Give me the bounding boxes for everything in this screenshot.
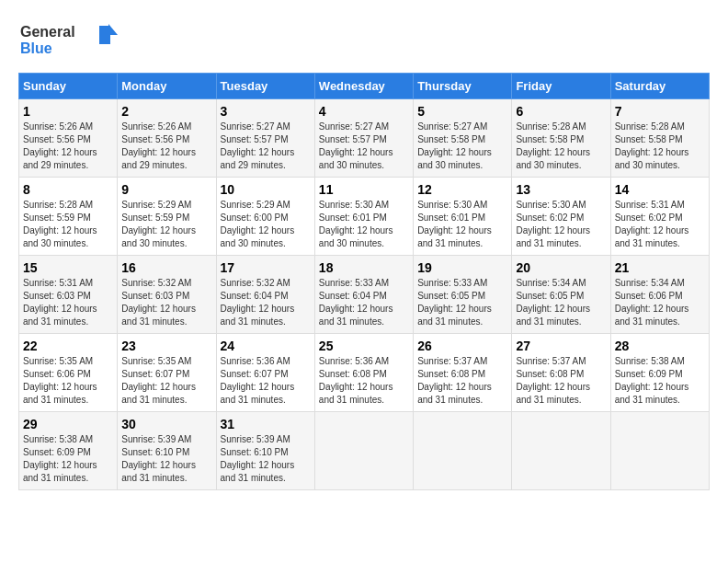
- day-info: Sunrise: 5:27 AM Sunset: 5:57 PM Dayligh…: [221, 121, 311, 172]
- calendar-cell: 1Sunrise: 5:26 AM Sunset: 5:56 PM Daylig…: [19, 99, 118, 178]
- header-thursday: Thursday: [414, 74, 512, 99]
- week-row-3: 15Sunrise: 5:31 AM Sunset: 6:03 PM Dayli…: [19, 256, 710, 334]
- logo: General Blue: [18, 18, 119, 63]
- day-info: Sunrise: 5:36 AM Sunset: 6:08 PM Dayligh…: [319, 355, 409, 407]
- day-info: Sunrise: 5:31 AM Sunset: 6:02 PM Dayligh…: [615, 199, 705, 250]
- day-info: Sunrise: 5:34 AM Sunset: 6:05 PM Dayligh…: [516, 277, 606, 328]
- day-number: 21: [615, 260, 705, 275]
- day-info: Sunrise: 5:38 AM Sunset: 6:09 PM Dayligh…: [615, 355, 705, 407]
- day-info: Sunrise: 5:32 AM Sunset: 6:04 PM Dayligh…: [221, 277, 311, 328]
- calendar-cell: 3Sunrise: 5:27 AM Sunset: 5:57 PM Daylig…: [216, 99, 314, 178]
- day-number: 18: [319, 260, 409, 275]
- header-sunday: Sunday: [19, 74, 118, 99]
- header-monday: Monday: [118, 74, 216, 99]
- calendar-cell: 23Sunrise: 5:35 AM Sunset: 6:07 PM Dayli…: [118, 334, 216, 412]
- day-number: 26: [417, 339, 507, 353]
- calendar-cell: 2Sunrise: 5:26 AM Sunset: 5:56 PM Daylig…: [118, 99, 216, 178]
- day-info: Sunrise: 5:32 AM Sunset: 6:03 PM Dayligh…: [121, 277, 211, 328]
- day-number: 27: [516, 339, 606, 353]
- calendar-cell: 13Sunrise: 5:30 AM Sunset: 6:02 PM Dayli…: [512, 178, 610, 256]
- header-wednesday: Wednesday: [314, 74, 413, 99]
- day-number: 30: [121, 417, 211, 431]
- calendar-cell: [610, 412, 709, 490]
- calendar-cell: 11Sunrise: 5:30 AM Sunset: 6:01 PM Dayli…: [314, 178, 413, 256]
- logo-text: General Blue: [18, 18, 119, 63]
- calendar-cell: 31Sunrise: 5:39 AM Sunset: 6:10 PM Dayli…: [216, 412, 314, 490]
- calendar-header: SundayMondayTuesdayWednesdayThursdayFrid…: [19, 74, 710, 99]
- day-number: 14: [615, 182, 705, 197]
- day-info: Sunrise: 5:33 AM Sunset: 6:04 PM Dayligh…: [319, 277, 409, 328]
- day-info: Sunrise: 5:29 AM Sunset: 5:59 PM Dayligh…: [121, 199, 211, 250]
- day-number: 19: [417, 260, 507, 275]
- calendar-cell: 16Sunrise: 5:32 AM Sunset: 6:03 PM Dayli…: [118, 256, 216, 334]
- calendar-cell: 14Sunrise: 5:31 AM Sunset: 6:02 PM Dayli…: [610, 178, 709, 256]
- day-info: Sunrise: 5:29 AM Sunset: 6:00 PM Dayligh…: [221, 199, 311, 250]
- day-info: Sunrise: 5:27 AM Sunset: 5:58 PM Dayligh…: [417, 121, 507, 172]
- day-number: 6: [516, 104, 606, 119]
- day-number: 4: [319, 104, 409, 119]
- header-friday: Friday: [512, 74, 610, 99]
- day-info: Sunrise: 5:39 AM Sunset: 6:10 PM Dayligh…: [221, 433, 311, 485]
- week-row-4: 22Sunrise: 5:35 AM Sunset: 6:06 PM Dayli…: [19, 334, 710, 412]
- week-row-1: 1Sunrise: 5:26 AM Sunset: 5:56 PM Daylig…: [19, 99, 710, 178]
- day-number: 2: [121, 104, 211, 119]
- day-info: Sunrise: 5:30 AM Sunset: 6:01 PM Dayligh…: [319, 199, 409, 250]
- calendar-cell: 17Sunrise: 5:32 AM Sunset: 6:04 PM Dayli…: [216, 256, 314, 334]
- day-info: Sunrise: 5:34 AM Sunset: 6:06 PM Dayligh…: [615, 277, 705, 328]
- calendar-cell: 12Sunrise: 5:30 AM Sunset: 6:01 PM Dayli…: [414, 178, 512, 256]
- calendar-cell: [314, 412, 413, 490]
- calendar-cell: 6Sunrise: 5:28 AM Sunset: 5:58 PM Daylig…: [512, 99, 610, 178]
- calendar-cell: 28Sunrise: 5:38 AM Sunset: 6:09 PM Dayli…: [610, 334, 709, 412]
- svg-text:Blue: Blue: [20, 40, 52, 56]
- day-number: 22: [23, 339, 113, 353]
- day-info: Sunrise: 5:28 AM Sunset: 5:58 PM Dayligh…: [516, 121, 606, 172]
- day-number: 16: [121, 260, 211, 275]
- day-number: 24: [221, 339, 311, 353]
- logo-icon: General Blue: [18, 18, 119, 60]
- week-row-2: 8Sunrise: 5:28 AM Sunset: 5:59 PM Daylig…: [19, 178, 710, 256]
- day-number: 31: [221, 417, 311, 431]
- day-info: Sunrise: 5:39 AM Sunset: 6:10 PM Dayligh…: [121, 433, 211, 485]
- day-number: 25: [319, 339, 409, 353]
- day-number: 28: [615, 339, 705, 353]
- calendar-cell: 8Sunrise: 5:28 AM Sunset: 5:59 PM Daylig…: [19, 178, 118, 256]
- day-info: Sunrise: 5:26 AM Sunset: 5:56 PM Dayligh…: [23, 121, 113, 172]
- day-number: 10: [221, 182, 311, 197]
- day-number: 8: [23, 182, 113, 197]
- calendar-cell: 19Sunrise: 5:33 AM Sunset: 6:05 PM Dayli…: [414, 256, 512, 334]
- calendar-cell: 27Sunrise: 5:37 AM Sunset: 6:08 PM Dayli…: [512, 334, 610, 412]
- svg-marker-3: [108, 24, 118, 35]
- calendar-table: SundayMondayTuesdayWednesdayThursdayFrid…: [18, 73, 710, 490]
- calendar-cell: 9Sunrise: 5:29 AM Sunset: 5:59 PM Daylig…: [118, 178, 216, 256]
- day-number: 29: [23, 417, 113, 431]
- day-info: Sunrise: 5:26 AM Sunset: 5:56 PM Dayligh…: [121, 121, 211, 172]
- header-saturday: Saturday: [610, 74, 709, 99]
- day-info: Sunrise: 5:27 AM Sunset: 5:57 PM Dayligh…: [319, 121, 409, 172]
- day-number: 17: [221, 260, 311, 275]
- calendar-cell: [512, 412, 610, 490]
- week-row-5: 29Sunrise: 5:38 AM Sunset: 6:09 PM Dayli…: [19, 412, 710, 490]
- calendar-cell: 10Sunrise: 5:29 AM Sunset: 6:00 PM Dayli…: [216, 178, 314, 256]
- header-tuesday: Tuesday: [216, 74, 314, 99]
- calendar-cell: 25Sunrise: 5:36 AM Sunset: 6:08 PM Dayli…: [314, 334, 413, 412]
- calendar-cell: 5Sunrise: 5:27 AM Sunset: 5:58 PM Daylig…: [414, 99, 512, 178]
- day-number: 15: [23, 260, 113, 275]
- day-number: 7: [615, 104, 705, 119]
- calendar-cell: 26Sunrise: 5:37 AM Sunset: 6:08 PM Dayli…: [414, 334, 512, 412]
- day-number: 23: [121, 339, 211, 353]
- page-header: General Blue: [18, 18, 710, 63]
- calendar-cell: 20Sunrise: 5:34 AM Sunset: 6:05 PM Dayli…: [512, 256, 610, 334]
- day-number: 20: [516, 260, 606, 275]
- calendar-cell: 30Sunrise: 5:39 AM Sunset: 6:10 PM Dayli…: [118, 412, 216, 490]
- calendar-cell: 4Sunrise: 5:27 AM Sunset: 5:57 PM Daylig…: [314, 99, 413, 178]
- day-number: 13: [516, 182, 606, 197]
- day-info: Sunrise: 5:36 AM Sunset: 6:07 PM Dayligh…: [221, 355, 311, 407]
- calendar-cell: [414, 412, 512, 490]
- day-number: 1: [23, 104, 113, 119]
- day-number: 9: [121, 182, 211, 197]
- day-number: 12: [417, 182, 507, 197]
- day-info: Sunrise: 5:28 AM Sunset: 5:58 PM Dayligh…: [615, 121, 705, 172]
- day-info: Sunrise: 5:30 AM Sunset: 6:01 PM Dayligh…: [417, 199, 507, 250]
- calendar-cell: 18Sunrise: 5:33 AM Sunset: 6:04 PM Dayli…: [314, 256, 413, 334]
- day-number: 11: [319, 182, 409, 197]
